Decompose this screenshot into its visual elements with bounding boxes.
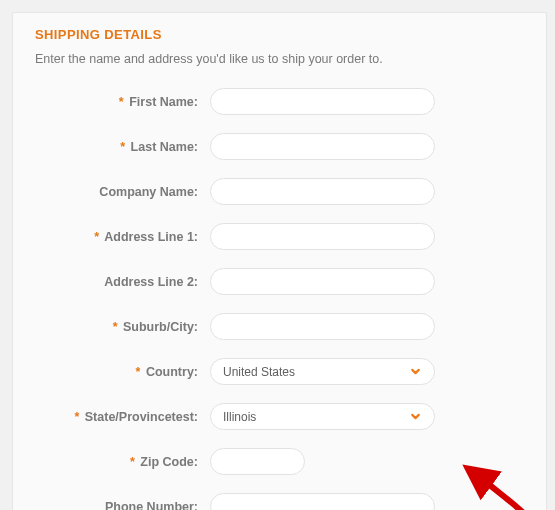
- row-last-name: * Last Name:: [35, 133, 524, 160]
- address1-input[interactable]: [210, 223, 435, 250]
- first-name-input[interactable]: [210, 88, 435, 115]
- label-text: Last Name:: [131, 140, 198, 154]
- label-last-name: * Last Name:: [35, 140, 210, 154]
- label-first-name: * First Name:: [35, 95, 210, 109]
- row-address2: Address Line 2:: [35, 268, 524, 295]
- label-zip: * Zip Code:: [35, 455, 210, 469]
- section-description: Enter the name and address you'd like us…: [35, 52, 524, 66]
- label-text: Company Name:: [99, 185, 198, 199]
- country-select[interactable]: United States: [210, 358, 435, 385]
- label-text: Phone Number:: [105, 500, 198, 511]
- city-input[interactable]: [210, 313, 435, 340]
- required-marker: *: [120, 140, 125, 154]
- company-input[interactable]: [210, 178, 435, 205]
- required-marker: *: [130, 455, 135, 469]
- label-city: * Suburb/City:: [35, 320, 210, 334]
- label-text: State/Provincetest:: [85, 410, 198, 424]
- row-company: Company Name:: [35, 178, 524, 205]
- label-text: Address Line 1:: [104, 230, 198, 244]
- required-marker: *: [113, 320, 118, 334]
- row-phone: Phone Number:: [35, 493, 524, 510]
- zip-input[interactable]: [210, 448, 305, 475]
- label-address1: * Address Line 1:: [35, 230, 210, 244]
- label-phone: Phone Number:: [35, 500, 210, 511]
- row-city: * Suburb/City:: [35, 313, 524, 340]
- label-state: * State/Provincetest:: [35, 410, 210, 424]
- chevron-down-icon: [409, 410, 422, 423]
- section-title: SHIPPING DETAILS: [35, 27, 524, 42]
- chevron-down-icon: [409, 365, 422, 378]
- last-name-input[interactable]: [210, 133, 435, 160]
- label-text: Country:: [146, 365, 198, 379]
- label-text: Suburb/City:: [123, 320, 198, 334]
- label-text: Zip Code:: [140, 455, 198, 469]
- shipping-details-form: SHIPPING DETAILS Enter the name and addr…: [12, 12, 547, 510]
- required-marker: *: [136, 365, 141, 379]
- state-select[interactable]: Illinois: [210, 403, 435, 430]
- label-text: First Name:: [129, 95, 198, 109]
- required-marker: *: [74, 410, 79, 424]
- label-company: Company Name:: [35, 185, 210, 199]
- address2-input[interactable]: [210, 268, 435, 295]
- phone-input[interactable]: [210, 493, 435, 510]
- row-country: * Country: United States: [35, 358, 524, 385]
- label-country: * Country:: [35, 365, 210, 379]
- row-zip: * Zip Code:: [35, 448, 524, 475]
- row-state: * State/Provincetest: Illinois: [35, 403, 524, 430]
- row-first-name: * First Name:: [35, 88, 524, 115]
- country-selected-value: United States: [223, 365, 295, 379]
- required-marker: *: [94, 230, 99, 244]
- label-address2: Address Line 2:: [35, 275, 210, 289]
- required-marker: *: [119, 95, 124, 109]
- label-text: Address Line 2:: [104, 275, 198, 289]
- state-selected-value: Illinois: [223, 410, 256, 424]
- row-address1: * Address Line 1:: [35, 223, 524, 250]
